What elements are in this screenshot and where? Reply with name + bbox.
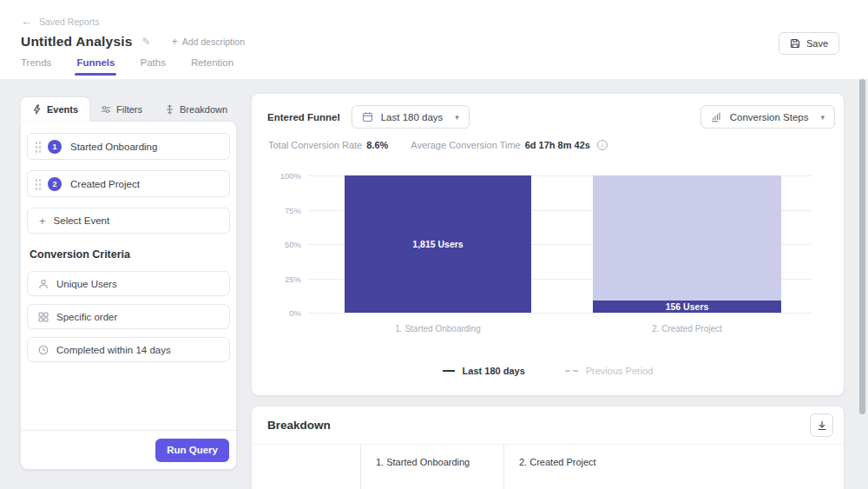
conversion-window-button[interactable]: Completed within 14 days	[27, 337, 230, 362]
y-axis-tick: 0%	[268, 308, 301, 318]
query-panel-footer: Run Query	[21, 430, 236, 469]
select-event-label: Select Event	[54, 215, 110, 226]
download-button[interactable]	[810, 413, 833, 437]
funnel-card-header: Entered Funnel Last 180 days ▾	[267, 105, 835, 129]
total-conversion-label: Total Conversion Rate	[268, 140, 362, 150]
funnel-plot-area: 100% 75% 50% 25% 0% 1,815 Users 156 User…	[308, 175, 812, 313]
lightning-icon	[32, 104, 42, 115]
avg-time-label: Average Conversion Time	[411, 140, 520, 150]
bar-value-label: 156 Users	[666, 302, 709, 312]
entered-funnel-label: Entered Funnel	[267, 112, 340, 122]
tab-breakdown-label: Breakdown	[180, 104, 227, 115]
drag-handle-icon[interactable]	[35, 141, 42, 153]
avg-conversion-time-stat: Average Conversion Time 6d 17h 8m 42s i	[411, 140, 608, 150]
view-selector-value: Conversion Steps	[730, 112, 809, 122]
download-icon	[817, 420, 827, 431]
edit-title-pencil-icon[interactable]: ✎	[142, 36, 151, 48]
add-description-label: Add description	[182, 36, 245, 47]
bar-chart-icon	[711, 111, 722, 122]
breakdown-header: Breakdown	[252, 406, 844, 444]
date-range-value: Last 180 days	[381, 112, 444, 122]
avg-time-value: 6d 17h 8m 42s	[525, 140, 590, 150]
split-arrows-icon	[165, 104, 174, 115]
info-icon[interactable]: i	[597, 140, 608, 150]
y-axis-tick: 100%	[268, 171, 301, 181]
tab-filters-label: Filters	[116, 104, 142, 115]
select-event-button[interactable]: + Select Event	[27, 208, 230, 234]
bar-value-label: 1,815 Users	[412, 240, 463, 249]
step-number-badge: 2	[48, 177, 62, 191]
tab-events-label: Events	[47, 104, 78, 115]
title-row: Untitled Analysis ✎ + Add description	[21, 34, 245, 50]
dashed-line-icon	[565, 370, 578, 372]
conversion-criteria-heading: Conversion Criteria	[30, 248, 230, 261]
funnel-bar-step-1[interactable]: 1,815 Users	[345, 175, 531, 313]
save-label: Save	[806, 38, 828, 49]
counting-method-button[interactable]: Unique Users	[27, 271, 230, 296]
legend-label: Previous Period	[586, 366, 654, 376]
legend-current-period[interactable]: Last 180 days	[443, 366, 525, 376]
clock-icon	[38, 345, 49, 355]
total-conversion-stat: Total Conversion Rate 8.6%	[268, 140, 388, 150]
date-range-dropdown[interactable]: Last 180 days ▾	[352, 105, 470, 129]
query-panel-body: 1 Started Onboarding 2 Created Project +…	[21, 122, 236, 469]
save-button[interactable]: Save	[779, 32, 839, 55]
breakdown-column-step-2[interactable]: 2. Created Project	[503, 445, 844, 489]
report-type-tabs: Trends Funnels Paths Retention	[21, 57, 233, 76]
plus-icon: +	[39, 215, 46, 228]
calendar-icon	[362, 111, 373, 122]
add-description-button[interactable]: + Add description	[172, 36, 245, 48]
event-step-row-2[interactable]: 2 Created Project	[27, 170, 230, 197]
y-axis-tick: 50%	[268, 240, 301, 249]
converted-bar[interactable]: 156 Users	[593, 301, 781, 313]
funnel-chart-card: Entered Funnel Last 180 days ▾	[252, 94, 844, 395]
sliders-icon	[101, 104, 111, 115]
tab-retention[interactable]: Retention	[191, 57, 233, 76]
funnel-stats-row: Total Conversion Rate 8.6% Average Conve…	[268, 140, 608, 150]
gridline	[308, 313, 812, 314]
chart-legend: Last 180 days Previous Period	[252, 366, 844, 376]
solid-line-icon	[443, 370, 455, 372]
step-order-button[interactable]: Specific order	[27, 304, 230, 329]
view-selector-dropdown[interactable]: Conversion Steps ▾	[700, 105, 835, 129]
user-icon	[38, 279, 49, 289]
legend-label: Last 180 days	[463, 366, 525, 376]
step-number-badge: 1	[48, 140, 62, 154]
y-axis-tick: 75%	[268, 205, 301, 215]
run-query-button[interactable]: Run Query	[155, 439, 229, 462]
back-arrow-icon[interactable]: ←	[21, 16, 32, 27]
breakdown-table: 1. Started Onboarding 2. Created Project	[252, 444, 844, 489]
breakdown-column-step-1[interactable]: 1. Started Onboarding	[360, 445, 503, 489]
query-panel-tabs: Events Filters Breakdown	[21, 97, 236, 122]
conversion-window-label: Completed within 14 days	[56, 345, 171, 355]
tab-paths[interactable]: Paths	[140, 57, 165, 76]
step-order-label: Specific order	[56, 312, 117, 322]
event-step-label: Created Project	[70, 179, 140, 189]
converted-bar[interactable]: 1,815 Users	[345, 175, 531, 313]
app-header: ← Saved Reports Untitled Analysis ✎ + Ad…	[0, 0, 868, 79]
vertical-scrollbar[interactable]	[859, 79, 865, 414]
drag-handle-icon[interactable]	[35, 178, 42, 190]
tab-trends[interactable]: Trends	[21, 57, 51, 76]
funnel-bar-step-2[interactable]: 156 Users	[593, 175, 781, 313]
back-link[interactable]: ← Saved Reports	[21, 16, 99, 27]
y-axis-tick: 25%	[268, 274, 301, 283]
tab-funnels[interactable]: Funnels	[76, 57, 115, 76]
breakdown-column-spacer	[252, 445, 360, 489]
tab-events[interactable]: Events	[21, 97, 89, 122]
tab-filters[interactable]: Filters	[89, 97, 154, 122]
save-icon	[790, 38, 800, 49]
legend-previous-period[interactable]: Previous Period	[565, 366, 654, 376]
total-conversion-value: 8.6%	[366, 140, 388, 150]
chevron-down-icon: ▾	[820, 113, 825, 122]
back-label[interactable]: Saved Reports	[39, 17, 99, 27]
chevron-down-icon: ▾	[455, 113, 459, 122]
x-axis-label-step-1: 1. Started Onboarding	[345, 324, 531, 334]
tab-breakdown[interactable]: Breakdown	[154, 97, 239, 122]
breakdown-card: Breakdown 1. Started Onboarding 2. Creat…	[252, 406, 844, 489]
counting-method-label: Unique Users	[56, 279, 117, 289]
event-step-row-1[interactable]: 1 Started Onboarding	[27, 133, 230, 160]
breakdown-title: Breakdown	[267, 419, 331, 432]
event-step-label: Started Onboarding	[70, 142, 157, 152]
breakdown-table-header: 1. Started Onboarding 2. Created Project	[252, 445, 844, 489]
